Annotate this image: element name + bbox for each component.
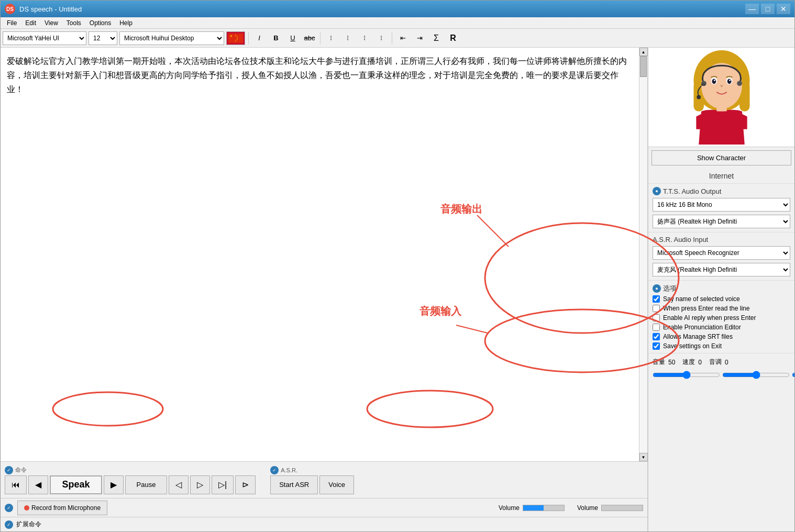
nav4-btn[interactable]: ⊳: [235, 475, 256, 494]
toolbar-align-center-btn[interactable]: ⁝: [340, 31, 355, 45]
command-bar: ✓ 命令 ⏮ ◀ Speak ▶ Pause ◁ ▷ ▷| ⊳: [1, 461, 647, 498]
toolbar-align-left-btn[interactable]: ⁝: [324, 31, 338, 45]
title-bar: DS DS speech - Untitled — □ ✕: [1, 1, 794, 17]
character-svg: [680, 50, 764, 145]
volume-slider-container: Volume: [499, 504, 565, 512]
record-dot: [24, 505, 29, 511]
speech-recognizer-dropdown[interactable]: Microsoft Speech Recognizer: [653, 246, 790, 260]
tts-section: ● T.T.S. Audio Output 16 kHz 16 Bit Mono…: [648, 184, 794, 232]
slider-controls: [653, 370, 790, 380]
menu-tools[interactable]: Tools: [62, 18, 85, 28]
vertical-scrollbar[interactable]: ▲ ▼: [639, 48, 647, 461]
language-flag-button[interactable]: [226, 31, 245, 45]
menu-file[interactable]: File: [3, 18, 21, 28]
toolbar-align-right-btn[interactable]: ⁝: [357, 31, 372, 45]
say-name-label: Say name of selected voice: [663, 295, 740, 303]
toolbar-justify-btn[interactable]: ⁝: [374, 31, 389, 45]
menu-view[interactable]: View: [40, 18, 62, 28]
manage-srt-checkbox[interactable]: [653, 333, 660, 340]
svg-point-20: [727, 79, 731, 84]
menu-edit[interactable]: Edit: [21, 18, 40, 28]
voice-select[interactable]: Microsoft Huihui Desktop: [119, 31, 224, 45]
asr-section-label: ✓ A.S.R.: [270, 466, 354, 474]
extend-command-bar: ✓ 扩展命令: [1, 517, 647, 531]
speed-value: 0: [698, 359, 702, 366]
toolbar-separator-1: [248, 32, 249, 45]
ai-reply-row: Enable AI reply when press Enter: [653, 313, 790, 323]
volume-slider-container2: Volume: [577, 504, 643, 512]
show-character-button[interactable]: Show Character: [652, 150, 791, 165]
scroll-down-arrow[interactable]: ▼: [639, 453, 648, 461]
speaker-device-dropdown[interactable]: 扬声器 (Realtek High Definiti: [653, 215, 790, 228]
internet-section: Internet: [648, 169, 794, 184]
ai-reply-checkbox[interactable]: [653, 314, 660, 322]
internet-label: Internet: [653, 171, 790, 181]
volume-range-input[interactable]: [653, 370, 720, 380]
say-name-checkbox[interactable]: [653, 295, 660, 303]
toolbar-underline-btn[interactable]: U: [285, 31, 300, 45]
scroll-thumb[interactable]: [640, 56, 647, 77]
pronunciation-label: Enable Pronunciation Editor: [663, 324, 741, 331]
svg-point-26: [697, 95, 701, 99]
save-settings-checkbox[interactable]: [653, 342, 660, 350]
asr-section: A.S.R. Audio Input Microsoft Speech Reco…: [648, 232, 794, 281]
volume-bar-visual2: [601, 505, 643, 511]
app-icon: DS: [5, 4, 15, 14]
svg-point-24: [737, 81, 742, 86]
sigma-button[interactable]: Σ: [429, 31, 444, 45]
toolbar: Microsoft YaHei UI 12 Microsoft Huihui D…: [1, 29, 794, 48]
toolbar-separator-2: [320, 32, 321, 45]
pronunciation-checkbox[interactable]: [653, 324, 660, 331]
record-icon: ✓: [5, 504, 13, 512]
tts-icon: ●: [653, 187, 661, 195]
font-family-select[interactable]: Microsoft YaHei UI: [3, 31, 86, 45]
options-section: ● 选项 Say name of selected voice When pre…: [648, 281, 794, 353]
font-size-select[interactable]: 12: [89, 31, 117, 45]
menu-help[interactable]: Help: [115, 18, 137, 28]
tts-label: ● T.T.S. Audio Output: [653, 186, 790, 196]
options-title: ● 选项: [653, 283, 790, 294]
close-button[interactable]: ✕: [777, 4, 790, 14]
speak-button[interactable]: Speak: [50, 475, 102, 494]
pause-button[interactable]: Pause: [125, 475, 167, 494]
ai-reply-label: Enable AI reply when press Enter: [663, 314, 756, 322]
nav1-btn[interactable]: ◁: [169, 475, 189, 494]
first-btn[interactable]: ⏮: [5, 475, 27, 494]
title-controls: — □ ✕: [745, 4, 790, 14]
volume-bar-label: Volume: [499, 504, 520, 512]
minimize-button[interactable]: —: [745, 4, 759, 14]
asr-buttons: Start ASR Voice: [270, 475, 354, 494]
scroll-track[interactable]: [639, 56, 647, 453]
toolbar-strikethrough-btn[interactable]: abc: [302, 31, 317, 45]
character-image-area: [648, 48, 794, 147]
enter-read-label: When press Enter read the line: [663, 305, 749, 312]
extend-icon: ✓: [5, 520, 13, 529]
main-text-area[interactable]: [1, 48, 639, 461]
speed-range-input[interactable]: [722, 370, 790, 380]
prev-btn[interactable]: ◀: [28, 475, 48, 494]
save-settings-label: Save settings on Exit: [663, 342, 722, 350]
asr-title: A.S.R. Audio Input: [653, 235, 790, 245]
pitch-range-input[interactable]: [792, 370, 794, 380]
next-btn[interactable]: ▶: [104, 475, 124, 494]
start-asr-button[interactable]: Start ASR: [270, 475, 318, 494]
scroll-up-arrow[interactable]: ▲: [639, 48, 648, 56]
voice-button[interactable]: Voice: [319, 475, 354, 494]
toolbar-outdent-btn[interactable]: ⇥: [412, 31, 427, 45]
r-button[interactable]: R: [446, 31, 460, 45]
toolbar-indent-btn[interactable]: ⇤: [395, 31, 410, 45]
sliders-section: 音量 50 速度 0 音调 0: [648, 353, 794, 383]
volume-bar-label2: Volume: [577, 504, 598, 512]
maximize-button[interactable]: □: [761, 4, 775, 14]
record-from-mic-button[interactable]: Record from Microphone: [17, 501, 107, 515]
enter-read-checkbox[interactable]: [653, 305, 660, 312]
toolbar-bold-btn[interactable]: B: [269, 31, 283, 45]
volume-label: 音量: [653, 358, 665, 367]
mic-device-dropdown[interactable]: 麦克风 (Realtek High Definiti: [653, 263, 790, 276]
menu-options[interactable]: Options: [85, 18, 115, 28]
command-buttons: ⏮ ◀ Speak ▶ Pause ◁ ▷ ▷| ⊳: [5, 475, 256, 494]
nav3-btn[interactable]: ▷|: [212, 475, 234, 494]
nav2-btn[interactable]: ▷: [190, 475, 210, 494]
toolbar-italic-btn[interactable]: I: [252, 31, 267, 45]
audio-quality-dropdown[interactable]: 16 kHz 16 Bit Mono: [653, 198, 790, 212]
